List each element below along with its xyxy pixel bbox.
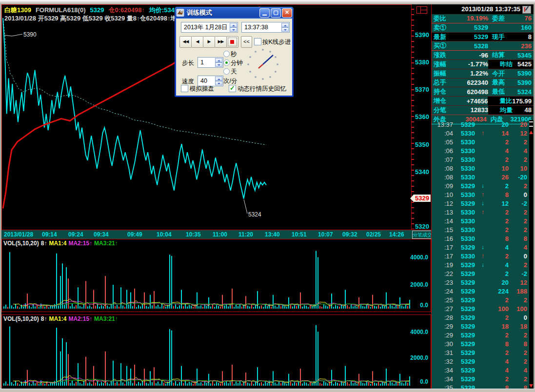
tick-cell: 224 [487,288,509,295]
tick-row[interactable]: :2353292012 [432,278,534,287]
tick-row[interactable]: :14533022 [432,216,534,225]
volume-header-2: VOL(5,10,20)8↑MA1:4MA2:15↑MA3:21↑ [3,315,120,322]
tick-row[interactable]: :34532944 [432,366,534,374]
tick-row[interactable]: :16533088 [432,234,534,243]
tick-cell: :34 [432,375,453,383]
tick-row[interactable]: :175329↓44 [432,243,534,252]
tick-cell: 2 [487,226,509,234]
spin-down-icon[interactable] [230,27,237,32]
mini-chart-icon[interactable] [522,6,531,14]
quote-row: 涨跌-96结算5345 [432,51,534,60]
tick-row[interactable]: :32532942 [432,357,534,366]
replay-checkbox[interactable] [229,85,236,92]
quote-cell: 1.22% [455,70,488,77]
dialog-titlebar[interactable]: 训练模式 ▁ ▢ ✕ [175,7,294,19]
tick-cell: 5329 [461,288,481,295]
rewind-button[interactable]: ◀◀ [179,36,192,48]
time-axis-label: 11:00 [213,231,227,238]
tick-cell: 5330 [461,191,481,198]
tick-row[interactable]: 13:3753292020 [432,120,534,129]
tick-row[interactable]: :07533022 [432,155,534,164]
tick-row[interactable]: :05533022 [432,137,534,146]
quote-cell: 振幅 [432,69,455,78]
quote-row: 增仓+74656量比175.99 [432,97,534,106]
tick-row[interactable]: :2953291818 [432,322,534,331]
radio-minutes[interactable] [223,59,230,66]
maximize-button[interactable]: ▢ [271,8,281,18]
scroll-grip-icon[interactable] [529,121,533,127]
tick-trade-tab[interactable]: 分笔成交 [412,231,432,239]
minimize-button[interactable]: ▁ [259,8,270,18]
tick-row[interactable]: :06533044 [432,146,534,155]
tick-row[interactable]: :125329↓12-2 [432,199,534,208]
step-back-button[interactable]: ◀ [191,36,203,48]
spin-up-icon[interactable] [281,23,289,27]
fast-forward-button[interactable]: ▶▶ [215,36,227,48]
price-axis-label: 5370 [413,86,429,93]
quote-cell: 5329 [455,33,488,40]
tick-cell: 10 [487,165,509,172]
collapse-button[interactable]: << [241,36,252,48]
record-button[interactable] [226,36,238,48]
date-spinner[interactable] [230,23,237,32]
speed-spinner[interactable] [215,77,222,85]
time-spinner[interactable] [281,23,289,32]
tick-cell: 4 [487,261,509,269]
tick-cell: 4 [487,147,509,155]
time-input[interactable]: 13:37:38 [241,22,290,33]
current-price-tag: 5329 [414,195,431,202]
tick-row[interactable]: :30532988 [432,339,534,348]
quote-row: 分笔12833均量48 [432,106,534,115]
price-axis-label: 5350 [413,141,429,148]
tick-row[interactable]: :045330↑1412 [432,129,534,137]
tick-row[interactable]: :0853301010 [432,164,534,173]
tick-cell: 5329 [461,332,481,339]
volume-header-1: VOL(5,10,20)8↑MA1:4MA2:15↑MA3:21↑ [3,240,120,247]
spin-down-icon[interactable] [281,27,289,32]
tick-cell: 14 [487,130,509,137]
kline-step-label: 按K线步进 [262,38,291,46]
tick-row[interactable]: :135330↑22 [432,208,534,216]
tick-row[interactable]: :195329↓42 [432,260,534,269]
quote-row: 总手622340最高5390 [432,78,534,88]
tick-row[interactable]: :08533026-20 [432,173,534,181]
time-axis-label: 09:24 [68,231,83,238]
tick-row[interactable]: :095329↓22 [432,181,534,190]
quote-cell: 236 [513,42,534,50]
tick-row[interactable]: :28532920 [432,313,534,322]
date-input[interactable]: 2013年 1月28日 [181,22,238,33]
spin-up-icon[interactable] [230,23,237,27]
tick-row[interactable]: :31532922 [432,348,534,357]
radio-days[interactable] [223,68,230,75]
tick-row[interactable]: :175330↑20 [432,252,534,260]
tick-row[interactable]: :25532922 [432,295,534,304]
kline-step-checkbox[interactable] [254,38,261,45]
tick-cell: 5330 [461,253,481,260]
step-value: 1 [200,59,204,66]
radio-minutes-label: 分钟 [231,59,243,67]
volume-canvas-1 [2,239,410,311]
tick-scrollbar[interactable] [529,120,534,390]
radio-days-label: 天 [231,68,237,76]
tick-cell: :09 [432,182,453,190]
tick-row[interactable]: :105330↑80 [432,190,534,199]
scroll-up-icon[interactable] [529,131,533,134]
quote-cell: 最高 [488,78,513,87]
radio-seconds[interactable] [223,51,230,57]
sim-trading-checkbox[interactable] [181,85,188,92]
time-axis-label: 09:14 [42,231,57,238]
tick-row[interactable]: :245329224188 [432,287,534,295]
tick-row[interactable]: :275329100100 [432,304,534,313]
tick-cell: 5329 [461,314,481,321]
scroll-down-icon[interactable] [529,384,533,388]
time-axis: 2013/01/2809:1409:2409:3409:4910:0410:35… [1,230,431,240]
tick-row[interactable]: :15533022 [432,225,534,234]
tick-row[interactable]: :2253292-2 [432,269,534,278]
tick-row[interactable]: :29532922 [432,331,534,339]
step-spinner[interactable] [215,58,222,67]
tick-row[interactable]: :34532922 [432,374,534,383]
daily-period-icon[interactable] [416,6,427,14]
play-button[interactable]: ▶ [203,36,215,48]
close-button[interactable]: ✕ [282,8,292,18]
step-input[interactable]: 1 [198,57,223,68]
